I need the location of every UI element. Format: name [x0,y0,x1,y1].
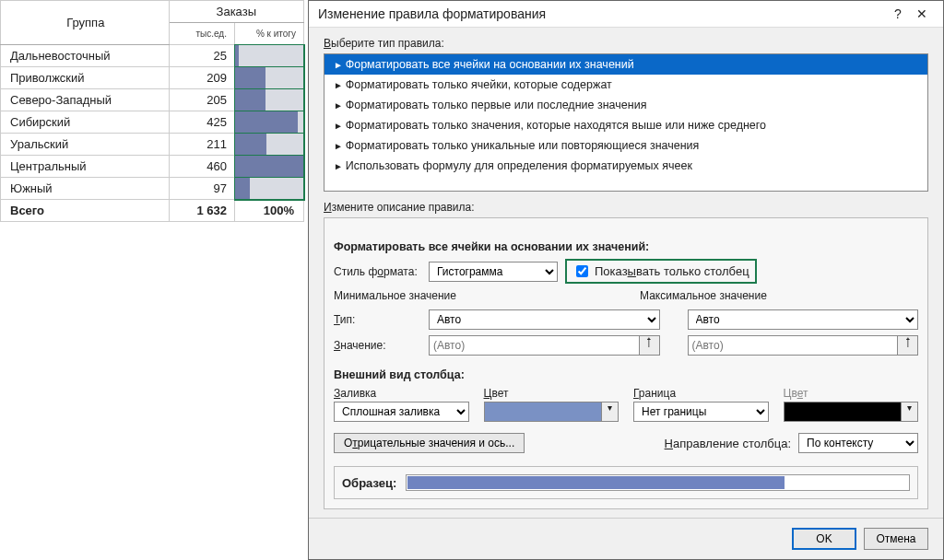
show-bar-only-checkbox[interactable]: Показывать только столбец [565,259,757,284]
negative-axis-button[interactable]: Отрицательные значения и ось... [334,433,525,453]
ok-button[interactable]: OK [792,528,856,550]
help-button[interactable]: ? [886,6,910,21]
total-label: Всего [1,200,170,222]
close-button[interactable]: ✕ [910,6,934,21]
total-pct: 100% [235,200,304,222]
table-row: Северо-Западный205 [1,89,304,111]
rule-type-item[interactable]: Форматировать все ячейки на основании их… [324,54,927,75]
subheader-units: тыс.ед. [169,23,234,45]
format-style-label: Стиль формата: [334,265,421,278]
table-row: Приволжский209 [1,67,304,89]
fill-color-picker[interactable]: ▾ [484,402,620,422]
subheader-pct: % к итогу [235,23,304,45]
value-label: Значение: [334,339,421,352]
border-color-label: Цвет [784,387,919,400]
row-label: Центральный [1,156,170,178]
fill-select[interactable]: Сплошная заливка [334,402,469,422]
rule-type-item[interactable]: Использовать формулу для определения фор… [324,156,927,176]
rule-type-item[interactable]: Форматировать только ячейки, которые сод… [324,75,927,95]
max-type-select[interactable]: Авто [688,309,919,330]
border-label: Граница [633,387,769,400]
show-bar-only-input[interactable] [576,265,588,277]
rule-type-item[interactable]: Форматировать только значения, которые н… [324,115,927,135]
table-row: Южный97 [1,178,304,200]
sample-bar [406,474,910,491]
row-value: 209 [169,67,234,89]
rule-type-item[interactable]: Форматировать только уникальные или повт… [324,135,927,156]
row-value: 205 [169,89,234,111]
fill-label: Заливка [334,387,469,400]
databar-cell[interactable] [235,134,304,156]
rule-type-item[interactable]: Форматировать только первые или последни… [324,95,927,115]
max-value-label: Максимальное значение [640,289,918,302]
databar-cell[interactable] [235,156,304,178]
table-row: Сибирский425 [1,111,304,134]
row-value: 460 [169,156,234,178]
edit-rule-desc-label: Измените описание правила: [324,201,928,214]
databar-cell[interactable] [235,178,304,200]
table-row: Уральский211 [1,134,304,156]
type-label: Тип: [334,313,421,326]
select-rule-type-label: Выберите тип правила: [324,37,928,50]
row-label: Сибирский [1,111,170,134]
row-value: 97 [169,178,234,200]
row-value: 211 [169,134,234,156]
edit-rule-dialog: Изменение правила форматирования ? ✕ Выб… [308,0,944,560]
border-select[interactable]: Нет границы [633,402,769,422]
min-value-input[interactable] [429,335,640,356]
table-row: Дальневосточный25 [1,45,304,67]
databar-cell[interactable] [235,111,304,134]
bar-direction-label: Направление столбца: [665,437,791,450]
border-color-picker[interactable]: ▾ [784,402,919,422]
format-style-select[interactable]: Гистограмма [429,262,558,282]
section-format-all: Форматировать все ячейки на основании их… [334,240,918,253]
max-value-refedit[interactable]: ⭡ [898,335,918,356]
databar-cell[interactable] [235,89,304,111]
sample-label: Образец: [342,476,396,490]
databar-cell[interactable] [235,67,304,89]
max-value-input[interactable] [688,335,899,356]
col-header-group: Группа [1,1,170,45]
rule-type-list[interactable]: Форматировать все ячейки на основании их… [324,53,928,192]
row-label: Дальневосточный [1,45,170,67]
col-header-orders: Заказы [169,1,303,23]
row-label: Южный [1,178,170,200]
row-label: Приволжский [1,67,170,89]
min-type-select[interactable]: Авто [429,309,660,330]
bar-direction-select[interactable]: По контексту [798,433,918,453]
total-value: 1 632 [169,200,234,222]
row-label: Северо-Западный [1,89,170,111]
table-row: Центральный460 [1,156,304,178]
pivot-table: Группа Заказы тыс.ед. % к итогу Дальнево… [0,0,304,560]
row-value: 425 [169,111,234,134]
fill-color-label: Цвет [484,387,620,400]
databar-cell[interactable] [235,45,304,67]
min-value-label: Минимальное значение [334,289,612,302]
min-value-refedit[interactable]: ⭡ [640,335,660,356]
row-label: Уральский [1,134,170,156]
cancel-button[interactable]: Отмена [864,528,928,550]
dialog-title: Изменение правила форматирования [318,6,546,21]
row-value: 25 [169,45,234,67]
bar-appearance-label: Внешний вид столбца: [334,368,918,381]
